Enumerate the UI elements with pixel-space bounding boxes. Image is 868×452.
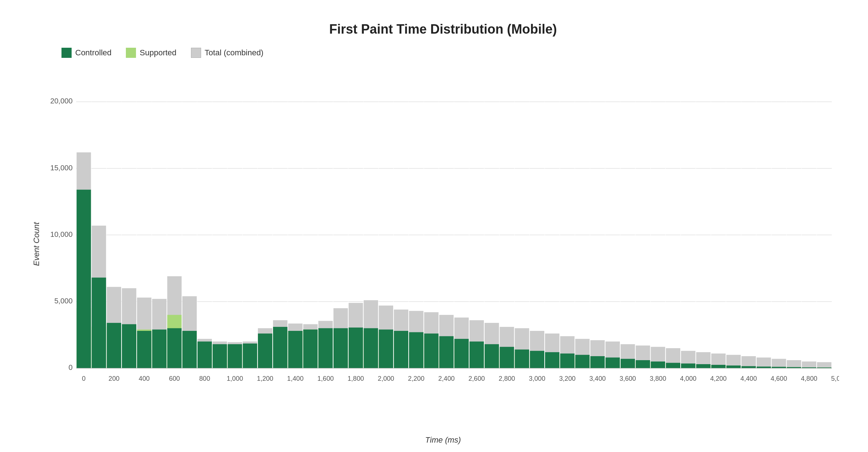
svg-rect-114 <box>590 356 605 368</box>
svg-rect-129 <box>666 363 680 368</box>
chart-title: First Paint Time Distribution (Mobile) <box>47 22 839 37</box>
svg-rect-54 <box>288 331 303 368</box>
svg-rect-126 <box>651 362 665 368</box>
svg-text:1,600: 1,600 <box>317 375 333 382</box>
svg-rect-96 <box>500 347 514 368</box>
svg-rect-18 <box>107 323 121 368</box>
chart-container: First Paint Time Distribution (Mobile) C… <box>0 0 868 452</box>
svg-rect-87 <box>454 339 469 368</box>
svg-text:4,600: 4,600 <box>771 375 787 382</box>
svg-text:1,000: 1,000 <box>227 375 243 382</box>
svg-text:3,000: 3,000 <box>529 375 545 382</box>
legend: Controlled Supported Total (combined) <box>61 48 839 58</box>
svg-rect-132 <box>681 363 695 368</box>
svg-text:4,000: 4,000 <box>680 375 696 382</box>
svg-text:3,400: 3,400 <box>589 375 605 382</box>
svg-rect-135 <box>696 364 711 368</box>
y-axis-label: Event Count <box>32 222 41 266</box>
svg-rect-123 <box>636 360 650 368</box>
svg-rect-141 <box>726 366 741 368</box>
controlled-swatch <box>61 48 72 58</box>
legend-label-total: Total (combined) <box>205 48 264 57</box>
svg-text:200: 200 <box>109 375 119 382</box>
legend-item-controlled: Controlled <box>61 48 111 58</box>
svg-text:2,800: 2,800 <box>499 375 515 382</box>
svg-rect-108 <box>560 354 575 368</box>
svg-rect-120 <box>621 359 635 368</box>
svg-text:2,400: 2,400 <box>438 375 455 382</box>
svg-text:400: 400 <box>139 375 150 382</box>
svg-rect-48 <box>258 333 272 368</box>
svg-rect-147 <box>757 367 771 368</box>
svg-rect-39 <box>213 344 227 368</box>
svg-text:800: 800 <box>199 375 210 382</box>
svg-text:0: 0 <box>82 375 86 382</box>
svg-rect-90 <box>469 341 484 368</box>
svg-rect-157 <box>817 362 831 368</box>
svg-text:1,400: 1,400 <box>287 375 303 382</box>
svg-text:15,000: 15,000 <box>50 164 73 172</box>
svg-rect-75 <box>394 331 408 368</box>
svg-rect-105 <box>545 352 559 368</box>
svg-rect-33 <box>182 331 197 368</box>
svg-rect-15 <box>92 278 106 368</box>
legend-item-total: Total (combined) <box>191 48 264 58</box>
svg-rect-51 <box>273 327 288 368</box>
svg-text:0: 0 <box>68 363 72 371</box>
svg-rect-148 <box>772 359 786 368</box>
svg-text:2,200: 2,200 <box>408 375 424 382</box>
svg-rect-72 <box>379 329 393 368</box>
svg-rect-60 <box>318 328 333 368</box>
svg-rect-138 <box>711 365 726 368</box>
svg-text:2,600: 2,600 <box>468 375 485 382</box>
chart-svg: 05,00010,00015,00020,00002004006008001,0… <box>47 72 839 416</box>
svg-text:4,800: 4,800 <box>801 375 817 382</box>
svg-text:4,400: 4,400 <box>740 375 757 382</box>
svg-text:3,600: 3,600 <box>620 375 636 382</box>
svg-rect-45 <box>243 344 257 368</box>
svg-rect-27 <box>152 329 167 368</box>
svg-rect-78 <box>409 332 424 368</box>
svg-rect-21 <box>122 324 136 368</box>
svg-rect-30 <box>167 328 182 368</box>
svg-text:2,000: 2,000 <box>378 375 394 382</box>
legend-item-supported: Supported <box>126 48 176 58</box>
svg-rect-63 <box>333 328 348 368</box>
svg-rect-69 <box>364 328 378 368</box>
svg-text:5,000: 5,000 <box>831 375 839 382</box>
svg-rect-66 <box>349 328 363 368</box>
svg-text:1,800: 1,800 <box>348 375 364 382</box>
svg-text:600: 600 <box>169 375 180 382</box>
svg-rect-81 <box>424 333 439 368</box>
svg-text:10,000: 10,000 <box>50 230 73 238</box>
x-axis-label: Time (ms) <box>425 435 461 445</box>
svg-rect-24 <box>137 331 152 368</box>
svg-text:20,000: 20,000 <box>50 97 73 105</box>
svg-rect-154 <box>802 362 816 368</box>
svg-rect-99 <box>515 350 529 368</box>
svg-text:1,200: 1,200 <box>257 375 273 382</box>
svg-rect-151 <box>787 360 801 368</box>
total-swatch <box>191 48 201 58</box>
svg-text:3,800: 3,800 <box>650 375 666 382</box>
svg-rect-93 <box>485 344 499 368</box>
svg-text:4,200: 4,200 <box>710 375 727 382</box>
svg-text:5,000: 5,000 <box>54 297 72 305</box>
legend-label-controlled: Controlled <box>75 48 111 57</box>
supported-swatch <box>126 48 136 58</box>
svg-rect-57 <box>303 329 318 368</box>
svg-rect-84 <box>439 336 454 368</box>
chart-area: Event Count 05,00010,00015,00020,0000200… <box>47 72 839 416</box>
svg-rect-111 <box>575 355 590 368</box>
svg-rect-150 <box>772 367 786 368</box>
svg-rect-102 <box>530 351 544 368</box>
svg-rect-144 <box>741 366 756 368</box>
svg-rect-12 <box>77 190 91 368</box>
svg-rect-42 <box>228 344 242 368</box>
svg-rect-36 <box>197 341 212 368</box>
svg-rect-117 <box>605 358 620 368</box>
svg-text:3,200: 3,200 <box>559 375 575 382</box>
legend-label-supported: Supported <box>140 48 176 57</box>
